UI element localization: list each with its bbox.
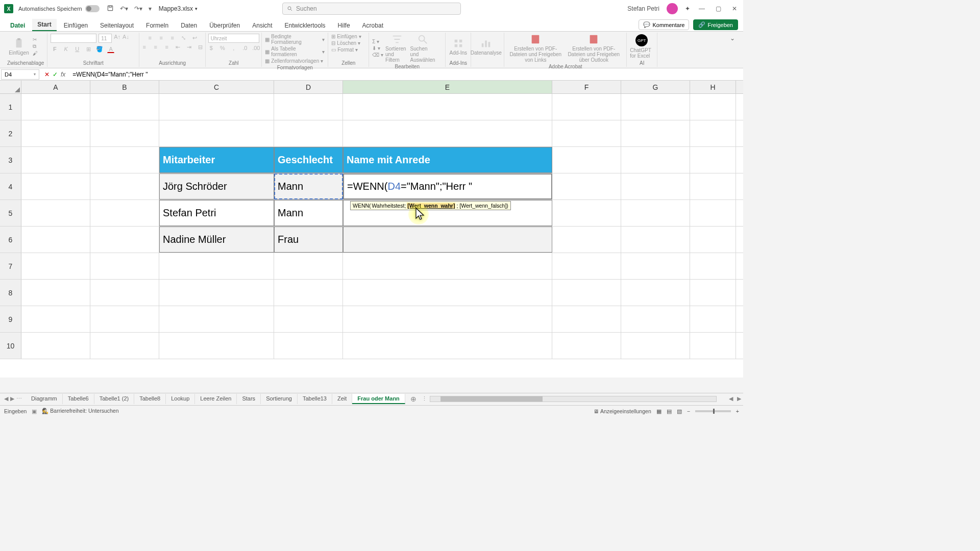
- format-cells-button[interactable]: ▭ Format ▾: [331, 47, 358, 53]
- cell-E9[interactable]: [343, 306, 552, 332]
- bold-icon[interactable]: F: [51, 45, 59, 53]
- cell-H10[interactable]: [690, 333, 736, 359]
- cell-H6[interactable]: [690, 227, 736, 253]
- cell-H8[interactable]: [690, 280, 736, 306]
- row-header-9[interactable]: 9: [0, 306, 21, 332]
- cell-styles-button[interactable]: ▦ Zellenformatvorlagen ▾: [265, 58, 323, 64]
- tab-datei[interactable]: Datei: [5, 20, 30, 31]
- formula-input[interactable]: =WENN(D4="Mann";"Herr ": [69, 71, 743, 78]
- cell-B9[interactable]: [90, 306, 159, 332]
- cell-A9[interactable]: [21, 306, 90, 332]
- cell-C7[interactable]: [159, 253, 274, 279]
- view-pagelayout-icon[interactable]: ▤: [667, 408, 672, 414]
- sheet-tab[interactable]: Lookup: [166, 394, 195, 404]
- cell-E8[interactable]: [343, 280, 552, 306]
- italic-icon[interactable]: K: [62, 45, 70, 53]
- cell-C3[interactable]: Mitarbeiter: [159, 147, 274, 173]
- sheet-tab[interactable]: Stars: [237, 394, 261, 404]
- cell-H4[interactable]: [690, 173, 736, 199]
- scroll-left-icon[interactable]: ◀: [727, 395, 735, 402]
- cell-B1[interactable]: [90, 94, 159, 120]
- cell-A4[interactable]: [21, 173, 90, 199]
- font-size-input[interactable]: [99, 34, 112, 43]
- cell-G3[interactable]: [621, 147, 690, 173]
- cell-A10[interactable]: [21, 333, 90, 359]
- cell-F7[interactable]: [552, 253, 621, 279]
- display-settings-button[interactable]: 🖥 Anzeigeeinstellungen: [594, 408, 651, 414]
- new-sheet-button[interactable]: ⊕: [405, 395, 422, 403]
- cell-C10[interactable]: [159, 333, 274, 359]
- undo-icon[interactable]: ↶▾: [120, 5, 128, 12]
- copy-icon[interactable]: ⧉: [33, 43, 38, 49]
- adobe-create-outlook-button[interactable]: Erstellen von PDF-Dateien und Freigeben …: [566, 34, 622, 63]
- cell-H2[interactable]: [690, 120, 736, 146]
- adobe-create-share-button[interactable]: Erstellen von PDF-Dateien und Freigeben …: [507, 34, 564, 63]
- share-button[interactable]: 🔗 Freigeben: [693, 19, 738, 30]
- clear-icon[interactable]: ⌫ ▾: [372, 52, 383, 58]
- conditional-formatting-button[interactable]: ▦ Bedingte Formatierung ▾: [265, 34, 325, 45]
- coming-soon-icon[interactable]: ✦: [685, 5, 690, 12]
- cell-G8[interactable]: [621, 280, 690, 306]
- row-header-7[interactable]: 7: [0, 253, 21, 279]
- worksheet-grid[interactable]: A B C D E F G H 123MitarbeiterGeschlecht…: [0, 81, 743, 378]
- tab-hilfe[interactable]: Hilfe: [333, 20, 355, 31]
- row-header-4[interactable]: 4: [0, 173, 21, 199]
- cell-B3[interactable]: [90, 147, 159, 173]
- tab-ansicht[interactable]: Ansicht: [247, 20, 277, 31]
- row-header-3[interactable]: 3: [0, 147, 21, 173]
- tab-formeln[interactable]: Formeln: [141, 20, 174, 31]
- cell-F6[interactable]: [552, 227, 621, 253]
- fill-color-icon[interactable]: 🪣: [95, 45, 104, 53]
- cell-B7[interactable]: [90, 253, 159, 279]
- cut-icon[interactable]: ✂: [33, 37, 38, 42]
- cell-B2[interactable]: [90, 120, 159, 146]
- cell-F2[interactable]: [552, 120, 621, 146]
- redo-icon[interactable]: ↷▾: [134, 5, 142, 12]
- cell-D3[interactable]: Geschlecht: [274, 147, 343, 173]
- cell-A2[interactable]: [21, 120, 90, 146]
- paste-button[interactable]: Einfügen: [7, 38, 31, 56]
- cell-F8[interactable]: [552, 280, 621, 306]
- cell-D4[interactable]: Mann: [274, 173, 343, 199]
- data-analysis-button[interactable]: Datenanalyse: [474, 38, 498, 56]
- function-tooltip[interactable]: WENN(Wahrheitstest; [Wert_wenn_wahr]; [W…: [350, 201, 511, 210]
- cell-D10[interactable]: [274, 333, 343, 359]
- format-painter-icon[interactable]: 🖌: [33, 51, 38, 56]
- enter-icon[interactable]: ✓: [53, 71, 58, 78]
- col-header-F[interactable]: F: [552, 81, 621, 93]
- number-format-input[interactable]: [208, 34, 259, 43]
- col-header-G[interactable]: G: [621, 81, 690, 93]
- col-header-B[interactable]: B: [90, 81, 159, 93]
- cell-E1[interactable]: [343, 94, 552, 120]
- decrease-font-icon[interactable]: A↓: [122, 34, 129, 43]
- row-header-8[interactable]: 8: [0, 280, 21, 306]
- sheet-tab[interactable]: Tabelle8: [134, 394, 166, 404]
- cell-G5[interactable]: [621, 200, 690, 226]
- delete-cells-button[interactable]: ⊟ Löschen ▾: [331, 40, 360, 46]
- cell-F3[interactable]: [552, 147, 621, 173]
- tab-acrobat[interactable]: Acrobat: [357, 20, 388, 31]
- view-normal-icon[interactable]: ▦: [656, 408, 662, 414]
- tab-ueberpruefen[interactable]: Überprüfen: [204, 20, 245, 31]
- cell-C9[interactable]: [159, 306, 274, 332]
- cell-F5[interactable]: [552, 200, 621, 226]
- minimize-button[interactable]: —: [697, 5, 706, 12]
- cell-F1[interactable]: [552, 94, 621, 120]
- tab-einfuegen[interactable]: Einfügen: [59, 20, 93, 31]
- cell-D7[interactable]: [274, 253, 343, 279]
- cell-A5[interactable]: [21, 200, 90, 226]
- sheet-nav-next-icon[interactable]: ▶: [10, 395, 14, 402]
- percent-icon[interactable]: %: [218, 44, 227, 52]
- cell-G2[interactable]: [621, 120, 690, 146]
- cell-H5[interactable]: [690, 200, 736, 226]
- cell-D5[interactable]: Mann: [274, 200, 343, 226]
- cell-C5[interactable]: Stefan Petri: [159, 200, 274, 226]
- select-all-corner[interactable]: [0, 81, 21, 93]
- cell-C1[interactable]: [159, 94, 274, 120]
- macro-record-icon[interactable]: ▣: [32, 408, 37, 414]
- zoom-out-icon[interactable]: −: [687, 408, 690, 414]
- cell-H7[interactable]: [690, 253, 736, 279]
- cell-A8[interactable]: [21, 280, 90, 306]
- align-bottom-icon[interactable]: ≡: [168, 34, 177, 42]
- row-header-6[interactable]: 6: [0, 227, 21, 253]
